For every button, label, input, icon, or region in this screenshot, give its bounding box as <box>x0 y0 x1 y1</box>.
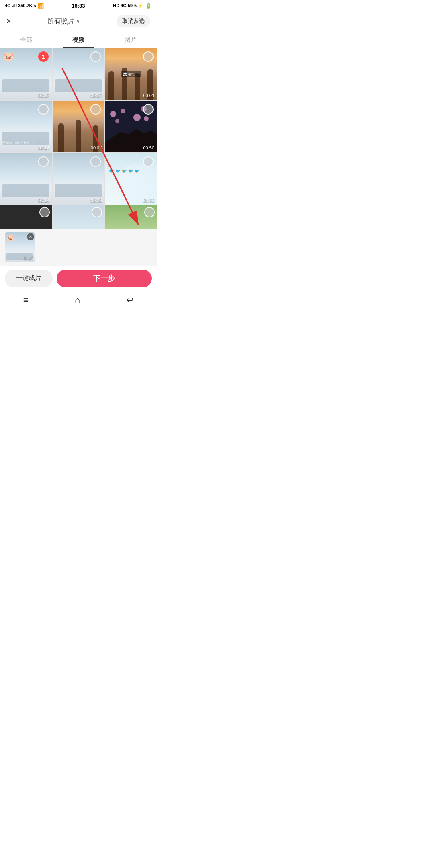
watermark-4: 平和佐鸡—纵何必情深一些 <box>1 141 35 145</box>
status-bar: 4G .ill 359.7K/s 📶 16:33 HD 4G 59% ⚡ 🔋 <box>0 0 157 11</box>
pig-sticker: 🐷 <box>3 51 14 62</box>
select-circle-4[interactable] <box>38 104 49 115</box>
status-right: HD 4G 59% ⚡ 🔋 <box>113 2 152 9</box>
duration-8: 00:30 <box>91 198 102 203</box>
duration-2: 00:17 <box>91 93 102 98</box>
select-circle-7[interactable] <box>38 156 49 167</box>
grid-item-8[interactable]: 00:30 <box>53 153 104 205</box>
action-bar: 一键成片 下一步 <box>0 266 157 291</box>
selected-item-1[interactable]: 🐷 × 00:17 <box>5 232 35 262</box>
grid-partial-row <box>0 205 157 229</box>
grid-item-6[interactable]: 00:50 <box>105 101 157 153</box>
tab-video[interactable]: 视频 <box>52 31 104 48</box>
duration-5: 00:07 <box>91 145 102 150</box>
selected-duration-1: 00:17 <box>23 256 33 261</box>
grid-item-9[interactable]: 🐦 🐦 🐦 🐦 🐦 00:03 <box>105 153 157 205</box>
duration-3: 00:01 <box>143 93 154 98</box>
grid-item-10[interactable] <box>0 205 52 229</box>
select-circle-5[interactable] <box>90 104 101 115</box>
grid-row-1-3: 🐷 1 00:17 00:17 <box>0 48 157 205</box>
grid-item-12[interactable] <box>105 205 157 229</box>
nav-menu-button[interactable]: ≡ <box>23 295 29 305</box>
tab-all[interactable]: 全部 <box>0 31 52 48</box>
grid-item-7[interactable]: 00:14 <box>0 153 52 205</box>
grid-item-2[interactable]: 00:17 <box>53 48 104 100</box>
select-circle-6[interactable] <box>143 104 154 115</box>
duration-4: 00:14 <box>38 145 49 150</box>
select-circle-12[interactable] <box>144 207 155 217</box>
select-circle-1[interactable]: 1 <box>38 51 49 62</box>
geshi-label: 🐼 格式工厂 <box>121 71 141 77</box>
grid-item-4[interactable]: 平和佐鸡—纵何必情深一些 00:14 <box>0 101 52 153</box>
duration-9: 00:03 <box>143 198 154 203</box>
select-circle-11[interactable] <box>92 207 102 217</box>
select-circle-10[interactable] <box>39 207 50 217</box>
nav-bar: ≡ ⌂ ↩ <box>0 291 157 309</box>
pig-small-icon: 🐷 <box>6 234 14 242</box>
header: × 所有照片 ∨ 取消多选 <box>0 11 157 31</box>
tabs-bar: 全部 视频 图片 <box>0 31 157 48</box>
header-title: 所有照片 ∨ <box>47 16 80 26</box>
close-button[interactable]: × <box>6 16 11 26</box>
birds-decoration: 🐦 🐦 🐦 🐦 🐦 <box>105 169 157 173</box>
dropdown-arrow-icon[interactable]: ∨ <box>76 18 80 24</box>
auto-create-button[interactable]: 一键成片 <box>5 270 53 287</box>
select-circle-3[interactable] <box>143 51 154 62</box>
grid-item-11[interactable] <box>53 205 104 229</box>
status-time: 16:33 <box>72 3 85 9</box>
nav-back-button[interactable]: ↩ <box>126 295 133 305</box>
grid-item-3[interactable]: 🐼 格式工厂 00:01 <box>105 48 157 100</box>
grid-item-1[interactable]: 🐷 1 00:17 <box>0 48 52 100</box>
status-signal: 4G .ill 359.7K/s 📶 <box>5 3 44 9</box>
selected-strip: 🐷 × 00:17 <box>0 229 157 266</box>
cancel-multi-select-button[interactable]: 取消多选 <box>117 15 150 27</box>
duration-6: 00:50 <box>143 145 154 150</box>
duration-7: 00:14 <box>38 198 49 203</box>
nav-home-button[interactable]: ⌂ <box>75 295 80 305</box>
duration-1: 00:17 <box>38 93 49 98</box>
tab-photo[interactable]: 图片 <box>104 31 157 48</box>
media-grid: 🐷 1 00:17 00:17 <box>0 48 157 229</box>
grid-item-5[interactable]: 00:07 <box>53 101 104 153</box>
remove-selected-1-button[interactable]: × <box>27 233 34 240</box>
next-step-button[interactable]: 下一步 <box>57 270 152 287</box>
